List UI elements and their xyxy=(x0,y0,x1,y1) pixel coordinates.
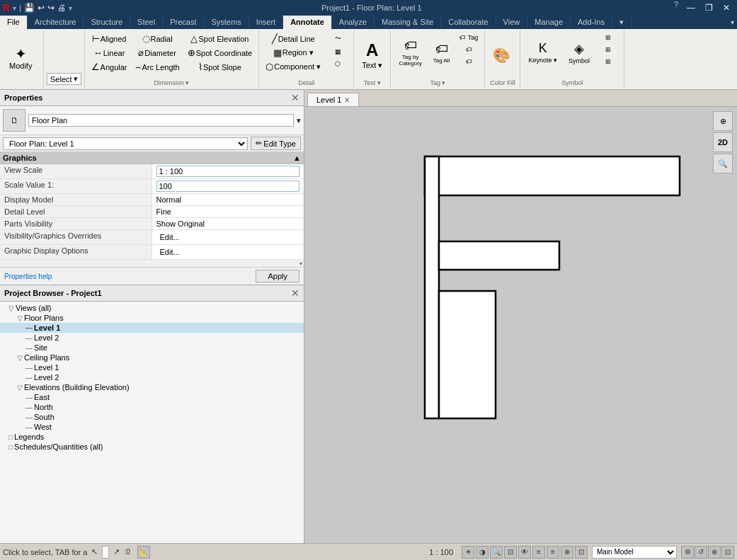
tree-item-schedules[interactable]: □ Schedules/Quantities (all) xyxy=(0,442,304,452)
tree-item-ceiling-plans[interactable]: ▽ Ceiling Plans xyxy=(0,353,304,362)
graphic-display-button[interactable]: Edit... xyxy=(156,246,300,258)
tab-view[interactable]: View xyxy=(496,16,528,29)
minimize-button[interactable]: — xyxy=(682,0,699,16)
tree-item-level1-ceiling[interactable]: — Level 1 xyxy=(0,362,304,372)
properties-help-link[interactable]: Properties help xyxy=(4,273,52,280)
hide-icon[interactable]: 👁 xyxy=(518,546,531,559)
model-selector[interactable]: Main Model xyxy=(592,546,677,559)
tab-precast[interactable]: Precast xyxy=(163,16,204,29)
tab-manage[interactable]: Manage xyxy=(527,16,571,29)
tab-collaborate[interactable]: Collaborate xyxy=(441,16,496,29)
edit-type-button[interactable]: ✏ Edit Type xyxy=(251,137,301,150)
detail-line-button[interactable]: ╱ Detail Line xyxy=(262,32,324,45)
tree-item-south[interactable]: — South xyxy=(0,412,304,422)
color-fill-button[interactable]: 🎨 xyxy=(488,35,515,76)
canvas-main[interactable]: ⊕ 2D 🔍 xyxy=(304,107,737,543)
tag-all-button[interactable]: 🏷 Tag All xyxy=(428,32,455,73)
region-button[interactable]: ▦ Region ▾ xyxy=(262,46,324,59)
insulation-button[interactable]: 〜 xyxy=(325,32,350,45)
tree-item-elevations[interactable]: ▽ Elevations (Building Elevation) xyxy=(0,382,304,392)
spot-coordinate-button[interactable]: ⊕ Spot Coordinate xyxy=(184,46,256,59)
fill-region-button[interactable]: ▦ xyxy=(325,46,350,57)
tab-insert[interactable]: Insert xyxy=(249,16,284,29)
spot-elevation-button[interactable]: △ Spot Elevation xyxy=(184,32,256,45)
tag-button[interactable]: 🏷 Tag xyxy=(456,32,481,43)
view-level-dropdown[interactable]: Floor Plan: Level 1 xyxy=(3,137,248,150)
tab-massing[interactable]: Massing & Site xyxy=(375,16,441,29)
component-button[interactable]: ⬡ Component ▾ xyxy=(262,60,324,74)
extra-btn3[interactable]: ⊞ xyxy=(595,56,621,67)
canvas-tab-close[interactable]: ✕ xyxy=(344,96,350,104)
tree-item-west[interactable]: — West xyxy=(0,422,304,432)
tree-item-floor-plans[interactable]: ▽ Floor Plans xyxy=(0,313,304,323)
settings-icon2[interactable]: ⚙ xyxy=(681,546,694,559)
diameter-button[interactable]: ⌀ Diameter xyxy=(132,46,183,59)
highlight-icon[interactable]: ⊡ xyxy=(575,546,588,559)
thin-lines-icon[interactable]: ≡ xyxy=(532,546,545,559)
symbol-button[interactable]: ◈ Symbol xyxy=(564,32,595,73)
project-browser-close-button[interactable]: ✕ xyxy=(291,287,299,299)
ribbon-minimize-icon[interactable]: ▾ xyxy=(731,18,734,26)
more-detail-button[interactable]: ⬡ xyxy=(325,58,350,69)
zoom-2d-button[interactable]: 2D xyxy=(713,132,733,152)
tree-item-level1-floor[interactable]: — Level 1 xyxy=(0,323,304,333)
tree-item-site[interactable]: — Site xyxy=(0,343,304,353)
tab-more[interactable]: ▾ xyxy=(612,16,632,29)
link-icon[interactable]: ⊡ xyxy=(721,546,734,559)
undo-icon[interactable]: ↩ xyxy=(38,3,45,13)
scale-value-input[interactable] xyxy=(156,181,300,192)
cloud-icon[interactable]: ⊕ xyxy=(708,546,721,559)
tab-annotate[interactable]: Annotate xyxy=(283,16,332,29)
tab-addins[interactable]: Add-Ins xyxy=(571,16,612,29)
spot-slope-button[interactable]: ⌇ Spot Slope xyxy=(184,60,256,74)
select-dropdown[interactable]: Select ▾ xyxy=(47,73,81,85)
tab-analyze[interactable]: Analyze xyxy=(332,16,375,29)
tab-file[interactable]: File xyxy=(0,16,28,29)
reveal-icon[interactable]: ≡ xyxy=(547,546,559,559)
tree-item-east[interactable]: — East xyxy=(0,392,304,402)
render-icon[interactable]: 🔍 xyxy=(490,546,503,559)
tab-architecture[interactable]: Architecture xyxy=(28,16,84,29)
tree-item-legends[interactable]: □ Legends xyxy=(0,432,304,442)
help-icon[interactable]: ? xyxy=(671,0,681,16)
view-scale-input[interactable] xyxy=(156,166,300,177)
type-dropdown-arrow[interactable]: ▾ xyxy=(297,116,301,125)
temp-hide-icon[interactable]: ⊕ xyxy=(561,546,573,559)
modify-button[interactable]: ✦ Modify xyxy=(4,38,37,79)
redo-icon[interactable]: ↪ xyxy=(47,3,55,13)
aligned-button[interactable]: ⊢ Aligned xyxy=(88,32,131,45)
close-button[interactable]: ✕ xyxy=(719,0,734,16)
extra-btn2[interactable]: ⊞ xyxy=(595,44,621,55)
tag-by-category-button[interactable]: 🏷 Tag byCategory xyxy=(394,32,426,73)
apply-button[interactable]: Apply xyxy=(256,270,299,282)
type-dropdown[interactable]: Floor Plan xyxy=(28,114,294,127)
print-icon[interactable]: 🖨 xyxy=(57,3,66,13)
tree-item-level2-floor[interactable]: — Level 2 xyxy=(0,333,304,343)
extra-btn1[interactable]: ⊞ xyxy=(595,32,621,43)
material-tag-button[interactable]: 🏷 xyxy=(456,44,481,55)
tab-structure[interactable]: Structure xyxy=(84,16,130,29)
crop-icon[interactable]: ⊡ xyxy=(504,546,517,559)
canvas-tab-level1[interactable]: Level 1 ✕ xyxy=(307,93,359,106)
tree-item-views-all[interactable]: ▽ Views (all) xyxy=(0,303,304,313)
tree-item-north[interactable]: — North xyxy=(0,402,304,412)
shadow-icon[interactable]: ◑ xyxy=(476,546,489,559)
angular-button[interactable]: ∠ Angular xyxy=(88,60,131,74)
keynote-button[interactable]: K Keynote ▾ xyxy=(523,32,562,73)
sun-icon[interactable]: ☀ xyxy=(462,546,474,559)
graphics-section-header[interactable]: Graphics ▲ xyxy=(0,152,304,164)
restore-button[interactable]: ❐ xyxy=(701,0,717,16)
multi-tag-button[interactable]: 🏷 xyxy=(456,56,481,67)
tab-steel[interactable]: Steel xyxy=(130,16,163,29)
sync-icon[interactable]: ↺ xyxy=(695,546,707,559)
linear-button[interactable]: ↔ Linear xyxy=(88,46,131,59)
arc-length-button[interactable]: ⌢ Arc Length xyxy=(132,60,183,74)
tree-item-level2-ceiling[interactable]: — Level 2 xyxy=(0,372,304,382)
text-button[interactable]: A Text ▾ xyxy=(357,35,387,76)
zoom-fit-button[interactable]: 🔍 xyxy=(713,154,733,173)
vg-overrides-button[interactable]: Edit... xyxy=(156,232,300,243)
workshare-icon[interactable]: 📐 xyxy=(137,546,150,559)
nav-wheel-button[interactable]: ⊕ xyxy=(713,111,733,131)
tab-systems[interactable]: Systems xyxy=(204,16,248,29)
radial-button[interactable]: ◌ Radial xyxy=(132,32,183,45)
